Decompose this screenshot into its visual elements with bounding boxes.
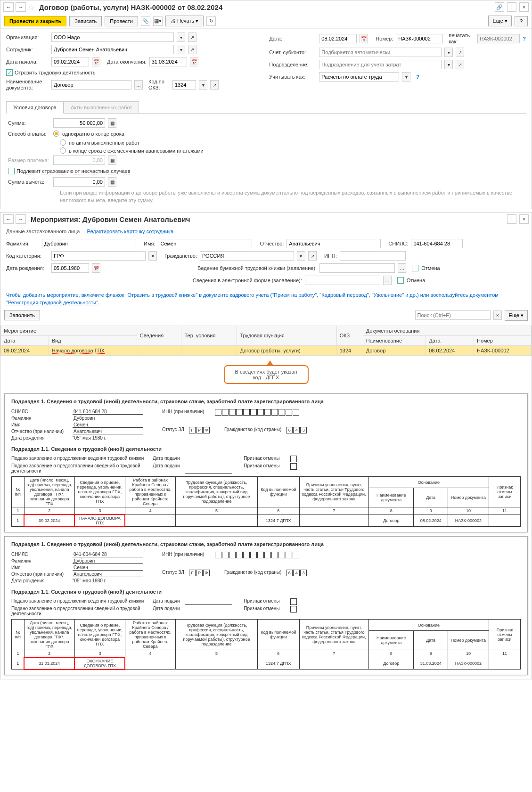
edit-card-link[interactable]: Редактировать карточку сотрудника	[87, 229, 174, 234]
consider-input[interactable]	[319, 72, 399, 82]
reflect-checkbox[interactable]: ✓	[6, 69, 13, 76]
citizen-input[interactable]	[200, 251, 294, 261]
dept-input[interactable]	[319, 60, 442, 69]
refresh-icon[interactable]: ↻	[206, 16, 216, 26]
ellipsis-icon[interactable]: …	[134, 80, 143, 90]
pay-radio-acts[interactable]	[60, 139, 66, 146]
post-button[interactable]: Провести	[105, 16, 138, 26]
pay-radio-once[interactable]	[53, 131, 59, 137]
registration-link[interactable]: "Регистрация трудовой деятельности"	[6, 300, 98, 305]
ellipsis-icon[interactable]: …	[398, 263, 406, 273]
link-icon[interactable]: 🔗	[495, 2, 504, 12]
post-close-button[interactable]: Провести и закрыть	[4, 16, 66, 26]
patr-input[interactable]	[286, 239, 381, 248]
sum-label: Сумма:	[8, 120, 50, 126]
window-title: Договор (работы, услуги) НАЗК-000002 от …	[39, 3, 493, 11]
more-button[interactable]: Еще ▾	[488, 16, 511, 26]
kebab-icon[interactable]: ⋮	[507, 214, 516, 224]
print-button[interactable]: 🖨 Печать ▾	[165, 16, 204, 26]
back-button[interactable]: ←	[3, 214, 14, 224]
forward-button[interactable]: →	[16, 214, 26, 224]
birth-input[interactable]	[51, 263, 89, 273]
end-input[interactable]	[149, 57, 187, 66]
tab-conditions[interactable]: Условия договора	[6, 101, 64, 114]
end-label: Дата окончания:	[107, 59, 147, 65]
open-icon[interactable]: ↗	[456, 60, 464, 69]
close-icon[interactable]: ×	[519, 2, 529, 12]
account-input[interactable]	[319, 48, 442, 57]
cancel-checkbox[interactable]: ✓	[412, 265, 418, 271]
ellipsis-icon[interactable]: …	[383, 276, 392, 285]
more-button[interactable]: Еще ▾	[505, 310, 528, 321]
favorite-icon[interactable]: ☆	[28, 3, 34, 12]
attach-icon[interactable]: 📎	[141, 16, 150, 26]
cancel-checkbox[interactable]: ✓	[397, 277, 404, 284]
dropdown-icon[interactable]: ▾	[148, 251, 157, 261]
insurance-label: Подлежит страхованию от несчастных случа…	[16, 168, 131, 174]
dropdown-icon[interactable]: ▾	[444, 48, 453, 57]
deduct-hint: Если при вводе информации о договоре раб…	[60, 189, 524, 204]
help-button[interactable]: ?	[515, 16, 528, 26]
sum-input[interactable]	[53, 118, 105, 128]
paper-input[interactable]	[319, 263, 395, 273]
calendar-icon[interactable]: 📅	[190, 57, 198, 66]
open-icon[interactable]: ↗	[188, 45, 196, 54]
elec-input[interactable]	[305, 276, 380, 285]
start-input[interactable]	[51, 57, 89, 66]
calendar-icon[interactable]: 📅	[92, 263, 100, 273]
inn-input[interactable]	[340, 251, 406, 261]
open-icon[interactable]: ↗	[308, 251, 317, 261]
back-button[interactable]: ←	[3, 2, 14, 12]
open-icon[interactable]: ↗	[210, 80, 219, 90]
calendar-icon[interactable]: 📅	[360, 34, 368, 43]
deduct-input[interactable]	[53, 177, 105, 187]
search-input[interactable]	[415, 310, 491, 320]
forward-button[interactable]: →	[16, 2, 26, 12]
calc-icon[interactable]: ▦	[108, 118, 116, 128]
pay-radio-advance[interactable]	[60, 147, 66, 154]
cat-input[interactable]	[51, 251, 146, 261]
name-input[interactable]	[158, 239, 252, 248]
org-input[interactable]	[51, 33, 174, 42]
events-table: Мероприятие Сведения Тер. условия Трудов…	[0, 326, 532, 356]
dropdown-icon[interactable]: ▾	[444, 60, 453, 69]
callout: В сведениях будет указан код - ДГПХ	[224, 365, 309, 384]
dropdown-icon[interactable]: ▾	[402, 72, 410, 82]
paper-label: Ведение бумажной трудовой книжки (заявле…	[197, 265, 317, 271]
clear-search-icon[interactable]: ×	[493, 310, 502, 320]
cat-label: Код категории:	[6, 253, 49, 259]
open-icon[interactable]: ↗	[188, 33, 196, 42]
window-title: Мероприятия: Дубровин Семен Анатольевич	[31, 215, 505, 223]
table-row[interactable]: 09.02.2024 Начало договора ГПХ Договор (…	[1, 345, 532, 355]
calc-icon[interactable]: ▦	[108, 177, 116, 187]
dropdown-icon[interactable]: ▾	[177, 45, 185, 54]
date-input[interactable]	[319, 34, 357, 43]
save-button[interactable]: Записать	[69, 16, 102, 26]
help-icon[interactable]: ?	[416, 74, 419, 80]
num-input[interactable]	[396, 34, 443, 43]
calendar-icon[interactable]: 📅	[92, 57, 100, 66]
report-heading: Подраздел 1. Сведения о трудовой (иной) …	[11, 399, 521, 404]
surname-input[interactable]	[42, 239, 136, 248]
snils-input[interactable]	[411, 239, 463, 248]
fill-button[interactable]: Заполнить	[4, 310, 40, 320]
kebab-icon[interactable]: ⋮	[507, 2, 516, 12]
okz-input[interactable]	[172, 80, 196, 90]
docname-input[interactable]	[51, 80, 131, 90]
emp-input[interactable]	[51, 45, 174, 54]
report-table-2: № п/п Дата (число, месяц, год) приема, п…	[11, 619, 521, 670]
insurance-checkbox[interactable]: ✓	[8, 168, 15, 174]
layout-icon[interactable]: ▦▾	[153, 16, 163, 26]
report-row: 1 09.02.2024 НАЧАЛО ДОГОВОРА ГПХ 1324.7 …	[12, 514, 521, 527]
dropdown-icon[interactable]: ▾	[297, 251, 305, 261]
deduct-label: Сумма вычета:	[8, 179, 50, 185]
tab-acts[interactable]: Акты выполненных работ	[64, 101, 139, 113]
dropdown-icon[interactable]: ▾	[177, 33, 185, 42]
close-icon[interactable]: ×	[519, 214, 529, 224]
printas-input[interactable]	[477, 34, 520, 43]
date-label: Дата:	[269, 36, 316, 41]
contract-window: ← → ☆ Договор (работы, услуги) НАЗК-0000…	[0, 0, 532, 209]
open-icon[interactable]: ↗	[456, 48, 464, 57]
help-icon[interactable]: ?	[523, 36, 526, 41]
dropdown-icon[interactable]: ▾	[199, 80, 207, 90]
